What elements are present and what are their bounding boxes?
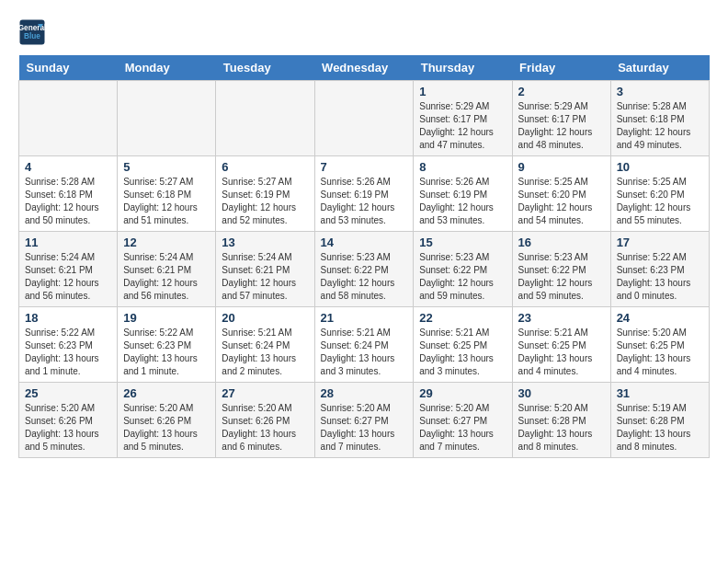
day-info: Sunrise: 5:20 AM Sunset: 6:25 PM Dayligh… — [617, 327, 703, 378]
day-number: 15 — [419, 236, 506, 249]
day-number: 16 — [518, 236, 605, 249]
calendar-cell — [314, 81, 414, 156]
day-info: Sunrise: 5:20 AM Sunset: 6:26 PM Dayligh… — [222, 402, 308, 454]
day-info: Sunrise: 5:21 AM Sunset: 6:25 PM Dayligh… — [518, 327, 605, 378]
day-number: 1 — [419, 85, 506, 98]
calendar-cell: 3Sunrise: 5:28 AM Sunset: 6:18 PM Daylig… — [610, 81, 709, 156]
day-info: Sunrise: 5:28 AM Sunset: 6:18 PM Dayligh… — [25, 176, 111, 227]
calendar-cell: 17Sunrise: 5:22 AM Sunset: 6:23 PM Dayli… — [610, 232, 709, 307]
calendar-cell — [118, 81, 216, 156]
calendar-cell: 24Sunrise: 5:20 AM Sunset: 6:25 PM Dayli… — [610, 307, 709, 383]
day-info: Sunrise: 5:21 AM Sunset: 6:25 PM Dayligh… — [419, 327, 506, 378]
day-info: Sunrise: 5:20 AM Sunset: 6:27 PM Dayligh… — [419, 402, 506, 454]
day-info: Sunrise: 5:25 AM Sunset: 6:20 PM Dayligh… — [518, 176, 605, 227]
day-number: 19 — [123, 311, 210, 325]
day-info: Sunrise: 5:26 AM Sunset: 6:19 PM Dayligh… — [321, 176, 408, 227]
day-number: 9 — [518, 160, 605, 174]
calendar-cell: 1Sunrise: 5:29 AM Sunset: 6:17 PM Daylig… — [414, 81, 512, 156]
calendar-cell: 26Sunrise: 5:20 AM Sunset: 6:26 PM Dayli… — [118, 383, 216, 458]
calendar-cell: 30Sunrise: 5:20 AM Sunset: 6:28 PM Dayli… — [512, 383, 610, 458]
day-info: Sunrise: 5:23 AM Sunset: 6:22 PM Dayligh… — [321, 251, 408, 303]
calendar-cell: 12Sunrise: 5:24 AM Sunset: 6:21 PM Dayli… — [118, 232, 216, 307]
day-info: Sunrise: 5:22 AM Sunset: 6:23 PM Dayligh… — [617, 251, 703, 303]
calendar-cell: 18Sunrise: 5:22 AM Sunset: 6:23 PM Dayli… — [19, 307, 118, 383]
day-number: 17 — [617, 236, 703, 249]
day-number: 18 — [25, 311, 111, 325]
calendar-week-row: 18Sunrise: 5:22 AM Sunset: 6:23 PM Dayli… — [19, 307, 710, 383]
calendar-cell: 5Sunrise: 5:27 AM Sunset: 6:18 PM Daylig… — [118, 156, 216, 232]
weekday-header-monday: Monday — [118, 55, 216, 81]
calendar-cell: 22Sunrise: 5:21 AM Sunset: 6:25 PM Dayli… — [414, 307, 512, 383]
day-info: Sunrise: 5:23 AM Sunset: 6:22 PM Dayligh… — [518, 251, 605, 303]
day-info: Sunrise: 5:25 AM Sunset: 6:20 PM Dayligh… — [617, 176, 703, 227]
calendar-cell: 19Sunrise: 5:22 AM Sunset: 6:23 PM Dayli… — [118, 307, 216, 383]
day-info: Sunrise: 5:22 AM Sunset: 6:23 PM Dayligh… — [25, 327, 111, 378]
day-number: 2 — [518, 85, 605, 98]
day-number: 29 — [419, 386, 506, 400]
day-number: 13 — [222, 236, 308, 249]
day-number: 5 — [123, 160, 210, 174]
day-info: Sunrise: 5:27 AM Sunset: 6:19 PM Dayligh… — [222, 176, 308, 227]
weekday-header-saturday: Saturday — [610, 55, 709, 81]
day-info: Sunrise: 5:28 AM Sunset: 6:18 PM Dayligh… — [617, 100, 703, 152]
day-info: Sunrise: 5:20 AM Sunset: 6:26 PM Dayligh… — [25, 402, 111, 454]
calendar-week-row: 1Sunrise: 5:29 AM Sunset: 6:17 PM Daylig… — [19, 81, 710, 156]
day-info: Sunrise: 5:22 AM Sunset: 6:23 PM Dayligh… — [123, 327, 210, 378]
day-number: 3 — [617, 85, 703, 98]
day-info: Sunrise: 5:24 AM Sunset: 6:21 PM Dayligh… — [123, 251, 210, 303]
calendar-week-row: 11Sunrise: 5:24 AM Sunset: 6:21 PM Dayli… — [19, 232, 710, 307]
day-info: Sunrise: 5:27 AM Sunset: 6:18 PM Dayligh… — [123, 176, 210, 227]
day-number: 8 — [419, 160, 506, 174]
day-info: Sunrise: 5:26 AM Sunset: 6:19 PM Dayligh… — [419, 176, 506, 227]
day-number: 28 — [321, 386, 408, 400]
day-number: 20 — [222, 311, 308, 325]
day-number: 10 — [617, 160, 703, 174]
calendar-week-row: 25Sunrise: 5:20 AM Sunset: 6:26 PM Dayli… — [19, 383, 710, 458]
day-number: 4 — [25, 160, 111, 174]
day-number: 6 — [222, 160, 308, 174]
weekday-header-sunday: Sunday — [19, 55, 118, 81]
calendar-cell: 25Sunrise: 5:20 AM Sunset: 6:26 PM Dayli… — [19, 383, 118, 458]
logo-icon: General Blue — [18, 18, 46, 46]
calendar-week-row: 4Sunrise: 5:28 AM Sunset: 6:18 PM Daylig… — [19, 156, 710, 232]
day-info: Sunrise: 5:23 AM Sunset: 6:22 PM Dayligh… — [419, 251, 506, 303]
day-number: 22 — [419, 311, 506, 325]
calendar-cell: 9Sunrise: 5:25 AM Sunset: 6:20 PM Daylig… — [512, 156, 610, 232]
weekday-header-row: SundayMondayTuesdayWednesdayThursdayFrid… — [19, 55, 710, 81]
day-number: 31 — [617, 386, 703, 400]
day-info: Sunrise: 5:24 AM Sunset: 6:21 PM Dayligh… — [25, 251, 111, 303]
weekday-header-tuesday: Tuesday — [216, 55, 314, 81]
calendar-cell: 16Sunrise: 5:23 AM Sunset: 6:22 PM Dayli… — [512, 232, 610, 307]
day-info: Sunrise: 5:20 AM Sunset: 6:26 PM Dayligh… — [123, 402, 210, 454]
calendar-cell — [216, 81, 314, 156]
weekday-header-wednesday: Wednesday — [314, 55, 414, 81]
calendar-cell: 23Sunrise: 5:21 AM Sunset: 6:25 PM Dayli… — [512, 307, 610, 383]
weekday-header-thursday: Thursday — [414, 55, 512, 81]
calendar-cell: 10Sunrise: 5:25 AM Sunset: 6:20 PM Dayli… — [610, 156, 709, 232]
logo: General Blue — [18, 18, 46, 46]
day-number: 14 — [321, 236, 408, 249]
day-info: Sunrise: 5:20 AM Sunset: 6:28 PM Dayligh… — [518, 402, 605, 454]
day-info: Sunrise: 5:29 AM Sunset: 6:17 PM Dayligh… — [518, 100, 605, 152]
day-info: Sunrise: 5:29 AM Sunset: 6:17 PM Dayligh… — [419, 100, 506, 152]
day-number: 24 — [617, 311, 703, 325]
calendar-cell: 27Sunrise: 5:20 AM Sunset: 6:26 PM Dayli… — [216, 383, 314, 458]
calendar-cell: 21Sunrise: 5:21 AM Sunset: 6:24 PM Dayli… — [314, 307, 414, 383]
day-number: 26 — [123, 386, 210, 400]
day-info: Sunrise: 5:21 AM Sunset: 6:24 PM Dayligh… — [222, 327, 308, 378]
calendar-cell: 13Sunrise: 5:24 AM Sunset: 6:21 PM Dayli… — [216, 232, 314, 307]
calendar-cell: 31Sunrise: 5:19 AM Sunset: 6:28 PM Dayli… — [610, 383, 709, 458]
calendar-cell: 8Sunrise: 5:26 AM Sunset: 6:19 PM Daylig… — [414, 156, 512, 232]
svg-text:Blue: Blue — [24, 32, 40, 40]
day-number: 11 — [25, 236, 111, 249]
calendar-cell: 15Sunrise: 5:23 AM Sunset: 6:22 PM Dayli… — [414, 232, 512, 307]
weekday-header-friday: Friday — [512, 55, 610, 81]
calendar-cell: 20Sunrise: 5:21 AM Sunset: 6:24 PM Dayli… — [216, 307, 314, 383]
calendar-cell: 6Sunrise: 5:27 AM Sunset: 6:19 PM Daylig… — [216, 156, 314, 232]
calendar-cell: 29Sunrise: 5:20 AM Sunset: 6:27 PM Dayli… — [414, 383, 512, 458]
calendar-cell: 28Sunrise: 5:20 AM Sunset: 6:27 PM Dayli… — [314, 383, 414, 458]
day-number: 23 — [518, 311, 605, 325]
day-number: 27 — [222, 386, 308, 400]
day-number: 21 — [321, 311, 408, 325]
day-number: 25 — [25, 386, 111, 400]
